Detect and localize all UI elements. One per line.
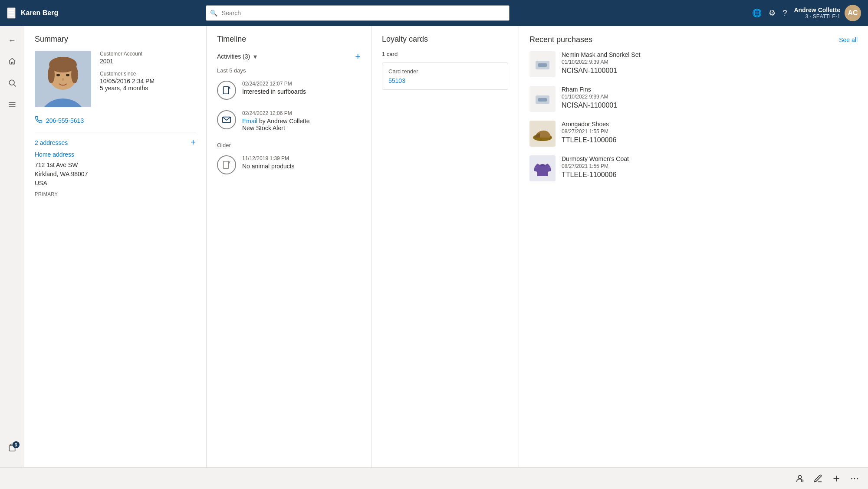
add-address-button[interactable]: +	[191, 138, 196, 148]
sidebar-item-clipboard[interactable]: 3	[2, 439, 22, 459]
customer-photo	[35, 51, 91, 107]
hamburger-menu[interactable]: ☰	[7, 7, 16, 19]
person-button[interactable]	[795, 474, 805, 483]
home-icon	[8, 57, 16, 68]
phone-link[interactable]: 206-555-5613	[46, 117, 84, 124]
purchase-item: Nemin Mask and Snorkel Set 01/10/2022 9:…	[529, 51, 858, 77]
activities-label: Activities (3)	[217, 53, 250, 60]
svg-rect-24	[538, 63, 547, 67]
svg-point-28	[798, 475, 801, 478]
purchase-id: NCISAN-1100001	[562, 102, 858, 109]
customer-account-value: 2001	[100, 58, 196, 65]
loyalty-title: Loyalty cards	[382, 35, 508, 44]
phone-icon	[35, 116, 43, 125]
svg-point-10	[48, 66, 55, 83]
purchase-id: TTLELE-1100006	[562, 136, 858, 144]
search-nav-icon	[8, 79, 16, 89]
svg-point-36	[857, 478, 858, 479]
email-link[interactable]: Email	[242, 118, 257, 125]
primary-badge: PRIMARY	[35, 191, 196, 197]
phone-row: 206-555-5613	[35, 116, 196, 125]
svg-rect-20	[224, 161, 229, 169]
summary-column: Summary	[24, 26, 207, 467]
timeline-text: Email by Andrew Collette	[242, 118, 361, 125]
period-recent-label: Last 5 days	[217, 67, 361, 74]
purchase-id: TTLELE-1100006	[562, 171, 858, 179]
svg-point-35	[854, 478, 855, 479]
purchase-name: Nemin Mask and Snorkel Set	[562, 51, 858, 58]
loyalty-card: Card tender 55103	[382, 62, 508, 90]
timeline-title: Timeline	[217, 35, 361, 44]
sidebar: ← 3	[0, 26, 24, 467]
timeline-time: 02/24/2022 12:07 PM	[242, 81, 361, 87]
back-icon: ←	[8, 36, 16, 45]
purchase-name: Durmosty Women's Coat	[562, 155, 858, 162]
svg-rect-15	[52, 101, 74, 107]
customer-since-value: 10/05/2016 2:34 PM 5 years, 4 months	[100, 78, 196, 92]
purchase-date: 08/27/2021 1:55 PM	[562, 128, 858, 135]
purchase-details: Arongador Shoes 08/27/2021 1:55 PM TTLEL…	[562, 121, 858, 144]
timeline-time: 11/12/2019 1:39 PM	[242, 155, 361, 161]
purchase-name: Rham Fins	[562, 86, 858, 93]
svg-point-0	[9, 80, 14, 85]
summary-title: Summary	[35, 35, 196, 44]
content-area: Summary	[24, 26, 868, 467]
activities-row: Activities (3) ▾	[217, 53, 257, 61]
sidebar-item-home[interactable]	[2, 52, 22, 72]
timeline-time: 02/24/2022 12:06 PM	[242, 110, 361, 116]
see-all-link[interactable]: See all	[839, 36, 858, 43]
search-input[interactable]	[206, 5, 510, 21]
search-container: 🔍	[206, 5, 510, 21]
loyalty-card-tender-label: Card tender	[388, 68, 502, 75]
loyalty-column: Loyalty cards 1 card Card tender 55103	[372, 26, 519, 467]
purchase-date: 01/10/2022 9:39 AM	[562, 94, 858, 100]
purchases-title: Recent purchases	[529, 35, 592, 44]
purchase-details: Nemin Mask and Snorkel Set 01/10/2022 9:…	[562, 51, 858, 75]
svg-rect-26	[538, 98, 547, 102]
timeline-subtext: New Stock Alert	[242, 125, 361, 131]
timeline-item-content: 11/12/2019 1:39 PM No animal products	[242, 155, 361, 174]
top-nav-right: 🌐 ⚙ ? Andrew Collette 3 - SEATTLE-1 AC	[752, 5, 861, 21]
purchase-item: Durmosty Women's Coat 08/27/2021 1:55 PM…	[529, 155, 858, 181]
avatar[interactable]: AC	[845, 5, 861, 21]
timeline-header: Activities (3) ▾ +	[217, 51, 361, 62]
more-button[interactable]	[850, 474, 859, 483]
timeline-note-icon-older	[217, 155, 236, 174]
addresses-link[interactable]: 2 addresses	[35, 139, 68, 146]
purchase-item: Rham Fins 01/10/2022 9:39 AM NCISAN-1100…	[529, 86, 858, 112]
period-older-label: Older	[217, 142, 361, 148]
svg-rect-16	[224, 87, 229, 94]
settings-icon-btn[interactable]: ⚙	[769, 8, 776, 18]
purchase-details: Durmosty Women's Coat 08/27/2021 1:55 PM…	[562, 155, 858, 179]
sidebar-item-search[interactable]	[2, 74, 22, 94]
timeline-item: 11/12/2019 1:39 PM No animal products	[217, 155, 361, 174]
addresses-row: 2 addresses +	[35, 138, 196, 148]
sidebar-item-menu[interactable]	[2, 95, 22, 115]
timeline-column: Timeline Activities (3) ▾ + Last 5 days …	[207, 26, 372, 467]
customer-info-row: Customer Account 2001 Customer since 10/…	[35, 51, 196, 107]
sidebar-item-back[interactable]: ←	[2, 30, 22, 50]
purchase-date: 08/27/2021 1:55 PM	[562, 163, 858, 169]
purchase-date: 01/10/2022 9:39 AM	[562, 59, 858, 65]
help-icon-btn[interactable]: ?	[783, 9, 787, 18]
home-address-label[interactable]: Home address	[35, 151, 196, 158]
globe-icon-btn[interactable]: 🌐	[752, 8, 762, 18]
add-timeline-button[interactable]: +	[355, 51, 361, 62]
search-icon: 🔍	[210, 10, 217, 16]
loyalty-card-tender-value[interactable]: 55103	[388, 77, 502, 84]
sidebar-badge: 3	[13, 441, 20, 448]
add-button[interactable]	[832, 474, 841, 483]
customer-since-label: Customer since	[100, 71, 196, 77]
svg-point-13	[66, 74, 69, 76]
purchase-details: Rham Fins 01/10/2022 9:39 AM NCISAN-1100…	[562, 86, 858, 109]
purchase-thumb	[529, 155, 556, 181]
timeline-text: Interested in surfboards	[242, 88, 361, 95]
timeline-item: 02/24/2022 12:06 PM Email by Andrew Coll…	[217, 110, 361, 131]
edit-button[interactable]	[813, 474, 823, 483]
timeline-item: 02/24/2022 12:07 PM Interested in surfbo…	[217, 81, 361, 100]
customer-since-duration: 5 years, 4 months	[100, 85, 148, 92]
purchase-thumb	[529, 51, 556, 77]
customer-account-label: Customer Account	[100, 51, 196, 57]
activities-expand-button[interactable]: ▾	[253, 53, 257, 61]
user-sub: 3 - SEATTLE-1	[794, 13, 840, 20]
